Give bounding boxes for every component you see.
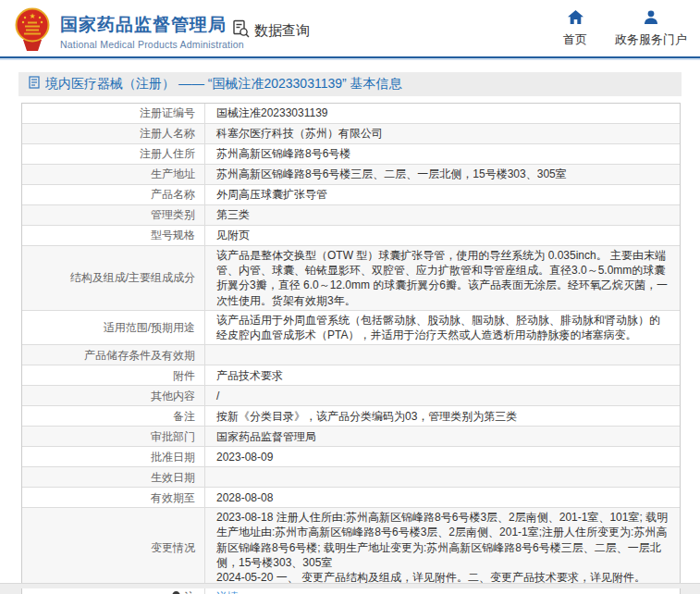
breadcrumb: 境内医疗器械（注册） —— “国械注准20233031139” 基本信息 <box>18 72 682 96</box>
field-label: 产品储存条件及有效期 <box>22 345 205 365</box>
home-icon <box>568 10 583 28</box>
table-row: 产品储存条件及有效期 <box>22 345 680 365</box>
field-label: 适用范围/预期用途 <box>22 311 205 344</box>
field-label: 审批部门 <box>22 427 205 446</box>
table-row: 生效日期 <box>22 467 680 488</box>
brand[interactable]: ★ 国家药品监督管理局 National Medical Products Ad… <box>13 6 244 56</box>
field-label: 有效期至 <box>22 488 205 507</box>
field-value: 国械注准20233031139 <box>205 104 680 123</box>
field-value: 2028-08-08 <box>205 488 680 507</box>
field-label: 注 <box>22 588 205 594</box>
svg-text:★: ★ <box>29 12 35 20</box>
table-row: 注册人名称科塞尔医疗科技（苏州）有限公司 <box>22 124 680 144</box>
field-value <box>205 345 680 365</box>
table-row: 产品名称外周高压球囊扩张导管 <box>22 185 680 205</box>
table-row: 审批部门国家药品监督管理局 <box>22 427 680 447</box>
nav-home[interactable]: 首页 <box>563 10 587 48</box>
field-label: 其他内容 <box>22 386 205 405</box>
field-value: 产品技术要求 <box>205 365 680 385</box>
page: ★ 国家药品监督管理局 National Medical Products Ad… <box>0 0 700 588</box>
balloon-note-icon <box>171 591 181 594</box>
field-value: 苏州高新区锦峰路8号6号楼三层、二层、一层北侧，15号楼303、305室 <box>205 165 680 184</box>
field-label: 注册人住所 <box>22 144 205 164</box>
table-row: 附件产品技术要求 <box>22 365 680 386</box>
table-row: 适用范围/预期用途该产品适用于外周血管系统（包括髂动脉、股动脉、腘动脉、胫动脉、… <box>22 311 680 345</box>
document-search-icon <box>231 19 250 42</box>
table-row: 生产地址苏州高新区锦峰路8号6号楼三层、二层、一层北侧，15号楼303、305室 <box>22 165 680 185</box>
table-row: 备注按新《分类目录》，该产品分类编码为03，管理类别为第三类 <box>22 406 680 427</box>
data-query-label: 数据查询 <box>254 22 310 40</box>
field-value <box>205 467 680 487</box>
nav-gov-portal-label: 政务服务门户 <box>615 31 687 48</box>
table-row: 变更情况2023-08-18 注册人住所由:苏州高新区锦峰路8号6号楼3层、2层… <box>22 508 680 588</box>
field-value: 外周高压球囊扩张导管 <box>205 185 680 204</box>
user-icon <box>644 10 658 28</box>
field-value: 该产品适用于外周血管系统（包括髂动脉、股动脉、腘动脉、胫动脉、腓动脉和肾动脉）的… <box>205 311 680 344</box>
table-row: 有效期至2028-08-08 <box>22 488 680 508</box>
field-value: 苏州高新区锦峰路8号6号楼 <box>205 144 680 164</box>
field-label: 生效日期 <box>22 467 205 487</box>
site-subtitle: National Medical Products Administration <box>60 39 244 50</box>
field-value: 详情 <box>205 588 680 594</box>
field-label: 生产地址 <box>22 165 205 184</box>
national-emblem-logo: ★ <box>13 6 52 56</box>
registration-info-table: 注册证编号国械注准20233031139注册人名称科塞尔医疗科技（苏州）有限公司… <box>21 103 681 594</box>
field-label: 型号规格 <box>22 226 205 245</box>
table-row: 管理类别第三类 <box>22 205 680 226</box>
field-label: 注册证编号 <box>22 104 205 123</box>
brand-text: 国家药品监督管理局 National Medical Products Admi… <box>60 13 244 50</box>
field-label: 管理类别 <box>22 205 205 225</box>
table-row: 结构及组成/主要组成成分该产品是整体交换型（OTW 型）球囊扩张导管，使用的导丝… <box>22 246 680 311</box>
field-value: 按新《分类目录》，该产品分类编码为03，管理类别为第三类 <box>205 406 680 426</box>
field-value: 2023-08-09 <box>205 447 680 466</box>
field-value: 见附页 <box>205 226 680 245</box>
field-label: 备注 <box>22 406 205 426</box>
table-row: 批准日期2023-08-09 <box>22 447 680 467</box>
field-label: 变更情况 <box>22 508 205 587</box>
field-value: 2023-08-18 注册人住所由:苏州高新区锦峰路8号6号楼3层、2层南侧、2… <box>205 508 680 587</box>
field-label: 产品名称 <box>22 185 205 204</box>
header-nav: 首页 政务服务门户 <box>563 10 687 48</box>
site-title: 国家药品监督管理局 <box>60 13 244 37</box>
field-label: 结构及组成/主要组成成分 <box>22 246 205 310</box>
nav-gov-portal[interactable]: 政务服务门户 <box>615 10 687 48</box>
field-value: 该产品是整体交换型（OTW 型）球囊扩张导管，使用的导丝系统为 0.035inc… <box>205 246 680 310</box>
field-label: 注册人名称 <box>22 124 205 143</box>
field-value: / <box>205 386 680 405</box>
data-query-tab[interactable]: 数据查询 <box>231 19 310 42</box>
page-title: 境内医疗器械（注册） —— “国械注准20233031139” 基本信息 <box>45 76 402 93</box>
table-row: 其他内容/ <box>22 386 680 406</box>
field-label: 批准日期 <box>22 447 205 466</box>
nav-home-label: 首页 <box>563 31 587 48</box>
field-value: 国家药品监督管理局 <box>205 427 680 446</box>
table-row: 注册证编号国械注准20233031139 <box>22 104 680 124</box>
page-bottom-strip <box>0 583 700 588</box>
details-link[interactable]: 详情 <box>216 589 239 594</box>
table-row: 注详情 <box>22 588 680 594</box>
document-icon <box>29 76 40 93</box>
field-label: 附件 <box>22 365 205 385</box>
site-header: ★ 国家药品监督管理局 National Medical Products Ad… <box>0 0 700 58</box>
table-row: 注册人住所苏州高新区锦峰路8号6号楼 <box>22 144 680 165</box>
field-value: 第三类 <box>205 205 680 225</box>
table-row: 型号规格见附页 <box>22 226 680 246</box>
field-value: 科塞尔医疗科技（苏州）有限公司 <box>205 124 680 143</box>
